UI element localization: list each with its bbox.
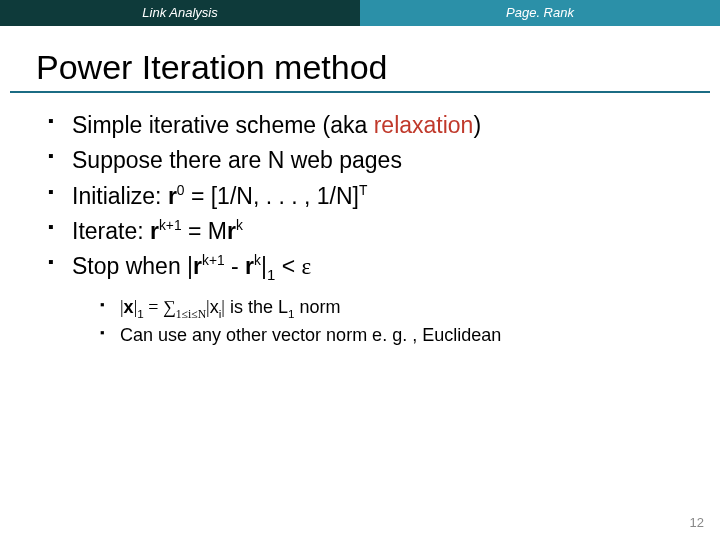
bullet-4: Iterate: rk+1 = Mrk bbox=[48, 215, 680, 248]
b1-pre: Simple iterative scheme (aka bbox=[72, 112, 374, 138]
s1-sum: = ∑ bbox=[144, 297, 176, 317]
bullet-1: Simple iterative scheme (aka relaxation) bbox=[48, 109, 680, 142]
b5-sup2: k bbox=[254, 254, 261, 269]
b1-post: ) bbox=[473, 112, 481, 138]
b5-lt: < bbox=[275, 253, 301, 279]
b5-mid: - bbox=[225, 253, 245, 279]
b3-pre: Initialize: bbox=[72, 183, 168, 209]
s1-sumsub: 1≤i≤N bbox=[176, 307, 206, 320]
b3-mid: = [1/N, . . . , 1/N] bbox=[185, 183, 359, 209]
tab-page-rank: Page. Rank bbox=[360, 0, 720, 26]
bullet-list: Simple iterative scheme (aka relaxation)… bbox=[48, 109, 680, 284]
tab-link-analysis: Link Analysis bbox=[0, 0, 360, 26]
title-underline bbox=[10, 91, 710, 93]
b5-eps: ε bbox=[301, 254, 311, 279]
b3-sup0: 0 bbox=[177, 183, 185, 198]
tab-bar: Link Analysis Page. Rank bbox=[0, 0, 720, 26]
b4-sup2: k bbox=[236, 218, 243, 233]
b5-pre: Stop when | bbox=[72, 253, 193, 279]
bullet-3: Initialize: r0 = [1/N, . . . , 1/N]T bbox=[48, 180, 680, 213]
sub-bullet-1: |x|1 = ∑1≤i≤N|xi| is the L1 norm bbox=[100, 294, 720, 321]
slide-title: Power Iteration method bbox=[36, 48, 720, 87]
b5-r2: r bbox=[245, 253, 254, 279]
b5-sup1: k+1 bbox=[202, 254, 225, 269]
s1-xi: x bbox=[210, 297, 219, 317]
b3-r: r bbox=[168, 183, 177, 209]
sub-bullet-2: Can use any other vector norm e. g. , Eu… bbox=[100, 322, 720, 349]
b4-sup1: k+1 bbox=[159, 218, 182, 233]
b4-r1: r bbox=[150, 218, 159, 244]
s1-tail: is the L bbox=[225, 297, 288, 317]
s1-x1: x bbox=[124, 297, 134, 317]
b3-supT: T bbox=[359, 183, 367, 198]
b4-r2: r bbox=[227, 218, 236, 244]
b4-pre: Iterate: bbox=[72, 218, 150, 244]
b1-highlight: relaxation bbox=[374, 112, 474, 138]
bullet-5: Stop when |rk+1 - rk|1 < ε bbox=[48, 250, 680, 283]
b5-r1: r bbox=[193, 253, 202, 279]
sub-bullet-list: |x|1 = ∑1≤i≤N|xi| is the L1 norm Can use… bbox=[100, 294, 720, 349]
b4-eq: = M bbox=[182, 218, 227, 244]
s1-norm: norm bbox=[295, 297, 341, 317]
bullet-2: Suppose there are N web pages bbox=[48, 144, 680, 177]
page-number: 12 bbox=[690, 515, 704, 530]
